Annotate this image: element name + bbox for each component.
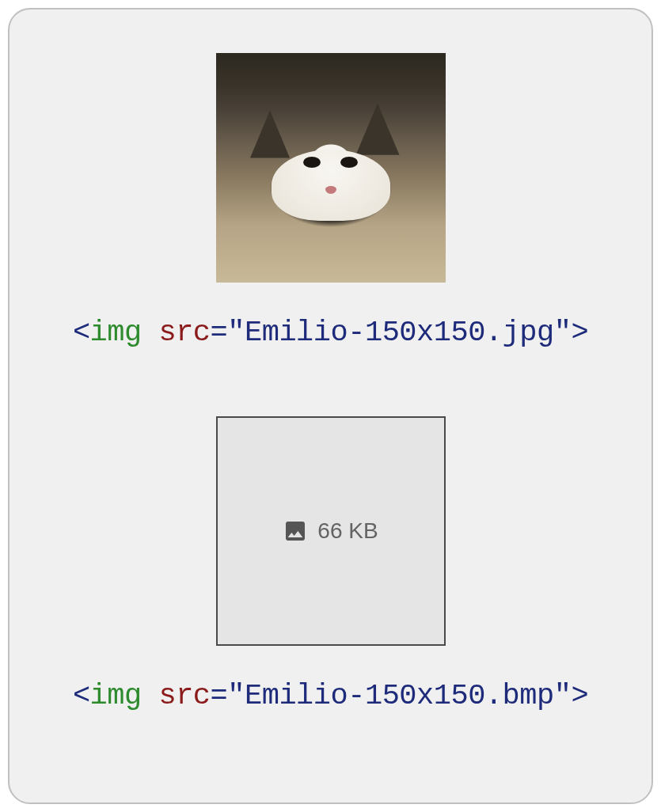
code-attr-name: src [158,316,210,349]
placeholder-size-label: 66 KB [317,518,378,544]
code-open-bracket: < [73,316,90,349]
code-open-bracket: < [73,679,90,712]
code-close-bracket: > [571,679,588,712]
code-tag-name: img [90,316,142,349]
image-placeholder: 66 KB [216,416,446,646]
code-tag-name: img [90,679,142,712]
cat-photo [216,53,446,283]
example-bmp: 66 KB <img src="Emilio-150x150.bmp"> [9,416,652,712]
code-close-bracket: > [571,316,588,349]
example-jpg: <img src="Emilio-150x150.jpg"> [9,53,652,416]
code-equals: = [211,316,228,349]
code-caption-bmp: <img src="Emilio-150x150.bmp"> [73,679,588,712]
code-equals: = [211,679,228,712]
code-attr-value: "Emilio-150x150.jpg" [227,316,571,349]
code-caption-jpg: <img src="Emilio-150x150.jpg"> [73,316,588,349]
code-attr-value: "Emilio-150x150.bmp" [227,679,571,712]
code-attr-name: src [158,679,210,712]
image-icon [283,518,308,544]
example-panel: <img src="Emilio-150x150.jpg"> 66 KB <im… [8,8,653,804]
